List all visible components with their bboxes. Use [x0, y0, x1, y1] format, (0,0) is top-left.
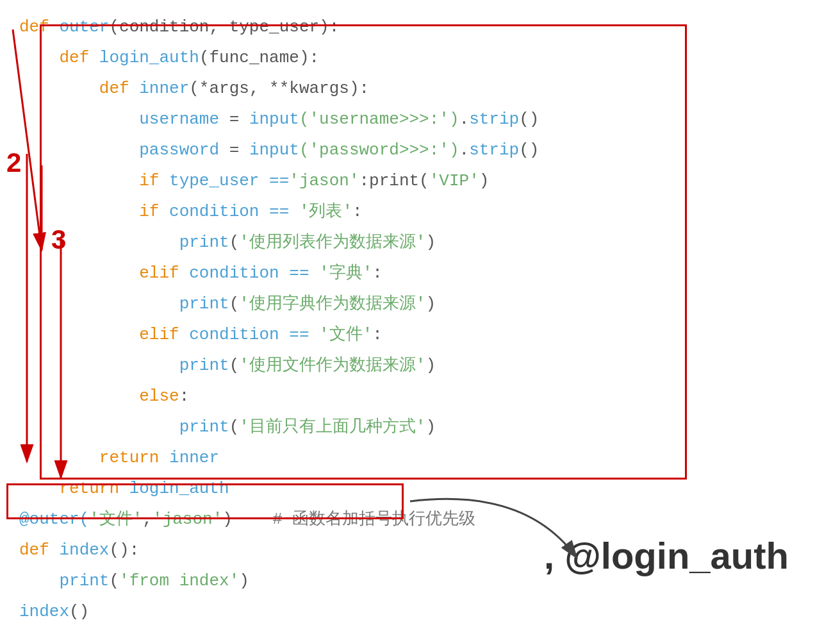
code-line-16: return login_auth [19, 473, 821, 504]
code-line-15: return inner [19, 442, 821, 473]
code-line-13: else: [19, 381, 821, 412]
login-auth-label: , @login_auth [544, 534, 789, 577]
code-line-7: if condition == '列表': [19, 196, 821, 227]
code-line-10: print('使用字典作为数据来源') [19, 288, 821, 319]
code-line-20: index() [19, 596, 821, 627]
code-line-17: @outer('文件','jason') # 函数名加括号执行优先级 [19, 504, 821, 535]
code-line-5: password = input('password>>>:').strip() [19, 135, 821, 165]
code-line-8: print('使用列表作为数据来源') [19, 227, 821, 258]
code-line-3: def inner(*args, **kwargs): [19, 73, 821, 104]
code-line-9: elif condition == '字典': [19, 258, 821, 288]
code-line-11: elif condition == '文件': [19, 319, 821, 350]
annotation-label-2: 2 [6, 147, 21, 178]
annotation-label-3: 3 [51, 224, 66, 255]
code-line-4: username = input('username>>>:').strip() [19, 104, 821, 135]
code-line-2: def login_auth(func_name): [19, 42, 821, 73]
code-display: def outer(condition, type_user): def log… [0, 0, 840, 627]
code-line-14: print('目前只有上面几种方式') [19, 412, 821, 442]
code-line-1: def outer(condition, type_user): [19, 12, 821, 42]
code-line-6: if type_user =='jason':print('VIP') [19, 165, 821, 196]
code-line-12: print('使用文件作为数据来源') [19, 350, 821, 381]
